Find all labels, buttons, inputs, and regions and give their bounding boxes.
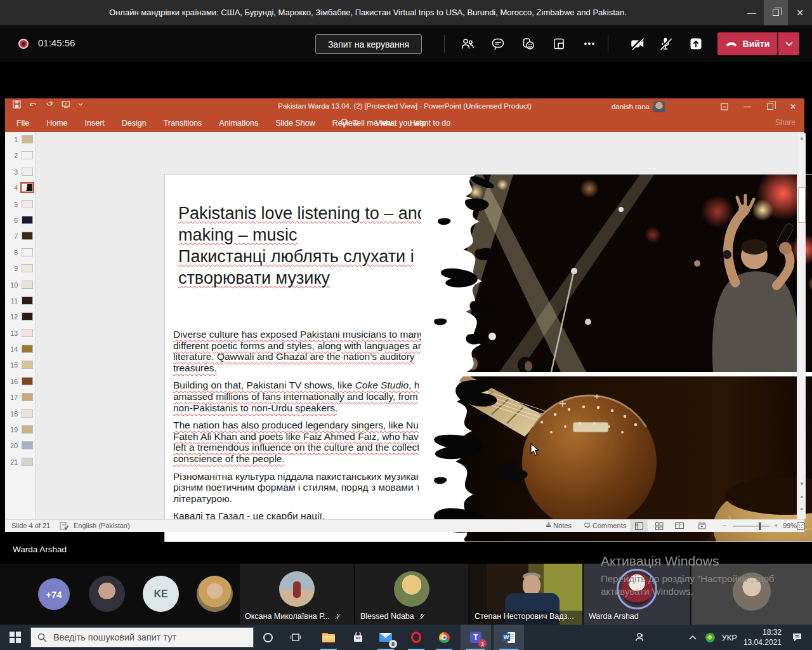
chrome-button[interactable] [430,625,458,650]
slide-thumbnail[interactable]: 11 [5,293,35,309]
file-explorer-button[interactable] [315,625,343,650]
ppt-restore-button[interactable] [759,98,782,114]
zoom-out-button[interactable]: − [723,522,726,529]
mail-button[interactable]: 8 [372,625,400,650]
slide-thumbnail[interactable]: 4 [5,180,35,196]
slide-canvas[interactable]: Pakistanis love listening to – and makin… [165,175,812,541]
microsoft-store-button[interactable] [344,625,372,650]
slide-thumbnail[interactable]: 18 [5,406,35,422]
tray-people-button[interactable] [627,625,652,650]
participant-avatar[interactable] [89,576,125,612]
ppt-minimize-button[interactable]: — [736,98,759,114]
slide-thumbnail[interactable]: 9 [5,261,35,277]
window-minimize-button[interactable]: — [740,0,764,25]
scrollbar-thumb[interactable] [798,187,806,223]
scroll-down-button[interactable]: ▼ [797,479,806,489]
word-button[interactable]: W [494,625,524,650]
window-restore-button[interactable] [764,0,788,25]
fit-to-window-icon[interactable] [797,522,804,530]
language-status[interactable]: English (Pakistan) [74,522,130,529]
tray-language-indicator[interactable]: УКР [721,625,737,650]
slide-thumbnail[interactable]: 5 [5,197,35,213]
slide-thumbnail[interactable]: 15 [5,357,35,373]
account-user[interactable]: danish rana [612,98,665,114]
start-button[interactable] [0,625,30,650]
participant-video-tile[interactable]: Степан Несторович Вадз... [469,564,582,625]
comments-button[interactable]: 🗨 Comments [584,522,626,529]
tell-me-box[interactable]: Tell me what you want to do [340,114,450,132]
tray-antivirus-button[interactable] [700,625,719,650]
ribbon-display-options-button[interactable] [713,98,736,114]
slide-counter[interactable]: Slide 4 of 21 [11,522,50,529]
request-control-button[interactable]: Запит на керування [315,34,422,54]
mic-off-button[interactable] [652,34,679,54]
taskbar-search-box[interactable] [30,627,254,647]
leave-meeting-button[interactable]: Вийти [717,32,777,55]
ribbon-tab-insert[interactable]: Insert [85,119,105,128]
teams-button[interactable]: T 1 [461,625,491,650]
slide-thumbnail[interactable]: 13 [5,326,35,342]
slide-scrollbar[interactable]: ▲ ▼ ⏶ ⏷ [797,133,806,519]
tray-chevron-button[interactable] [684,625,702,650]
window-close-button[interactable]: ✕ [788,0,812,25]
overflow-participants-badge[interactable]: +74 [38,578,70,610]
normal-view-button[interactable] [630,520,648,532]
slide-sorter-view-button[interactable] [650,520,668,532]
ppt-close-button[interactable]: ✕ [782,98,804,114]
participant-tile[interactable]: Оксана Миколаївна Р... [240,564,354,625]
cortana-button[interactable] [254,625,282,650]
share-button[interactable]: Share [775,118,796,127]
ribbon-tab-transitions[interactable]: Transitions [164,119,202,128]
participant-tile[interactable] [691,564,812,625]
slide-thumbnail[interactable]: 12 [5,309,35,325]
redo-icon[interactable] [45,100,54,109]
notes-button[interactable]: ≜ Notes [546,522,572,530]
opera-button[interactable] [402,625,430,650]
participant-avatar[interactable] [197,576,233,612]
tray-clock[interactable]: 18:32 13.04.2021 [743,627,782,647]
slide-thumbnail[interactable]: 21 [5,454,35,470]
stop-sharing-button[interactable] [682,34,710,54]
undo-icon[interactable] [29,100,37,109]
participants-button[interactable] [454,34,481,54]
zoom-in-button[interactable]: + [774,522,778,529]
previous-slide-button[interactable]: ⏶ [797,492,806,501]
search-input[interactable] [53,632,237,642]
slide-thumbnail[interactable]: 19 [5,422,35,438]
save-icon[interactable] [13,100,21,109]
qat-customize-icon[interactable] [78,102,83,107]
slideshow-view-button[interactable] [693,520,710,532]
participant-initials-avatar[interactable]: KE [143,576,179,612]
slide-thumbnail[interactable]: 16 [5,374,35,390]
ribbon-tab-file[interactable]: File [16,119,29,128]
slide-thumbnail[interactable]: 3 [5,164,35,180]
more-actions-button[interactable] [575,34,603,54]
zoom-slider-track[interactable] [733,526,769,527]
zoom-level[interactable]: 99% [783,522,797,529]
participant-tile[interactable]: Blessed Ndaba [355,564,468,625]
ribbon-tab-home[interactable]: Home [46,119,67,128]
breakout-rooms-button[interactable] [545,34,573,54]
camera-off-button[interactable] [624,34,652,54]
slide-thumbnail[interactable]: 7 [5,229,35,244]
slide-thumbnail[interactable]: 20 [5,438,35,454]
slide-thumbnail[interactable]: 2 [5,148,35,164]
ribbon-tab-slide-show[interactable]: Slide Show [275,119,315,128]
slide-thumbnail[interactable]: 17 [5,390,35,406]
chat-button[interactable] [484,34,512,54]
leave-options-button[interactable] [778,32,799,55]
slide-thumbnail[interactable]: 6 [5,213,35,229]
participant-tile-speaking[interactable]: Warda Arshad [584,564,690,625]
slide-thumbnail[interactable]: 14 [5,342,35,357]
task-view-button[interactable] [282,625,310,650]
scroll-up-button[interactable]: ▲ [797,133,806,143]
ribbon-tab-design[interactable]: Design [122,119,147,128]
action-center-button[interactable] [785,625,808,650]
spellcheck-icon[interactable] [60,522,69,530]
ribbon-tab-animations[interactable]: Animations [219,119,258,128]
reading-view-button[interactable] [671,520,688,532]
zoom-slider-knob[interactable] [759,522,761,530]
start-slideshow-icon[interactable] [62,100,70,109]
slide-thumbnail[interactable]: 8 [5,245,35,261]
slide-thumbnail[interactable]: 10 [5,277,35,293]
